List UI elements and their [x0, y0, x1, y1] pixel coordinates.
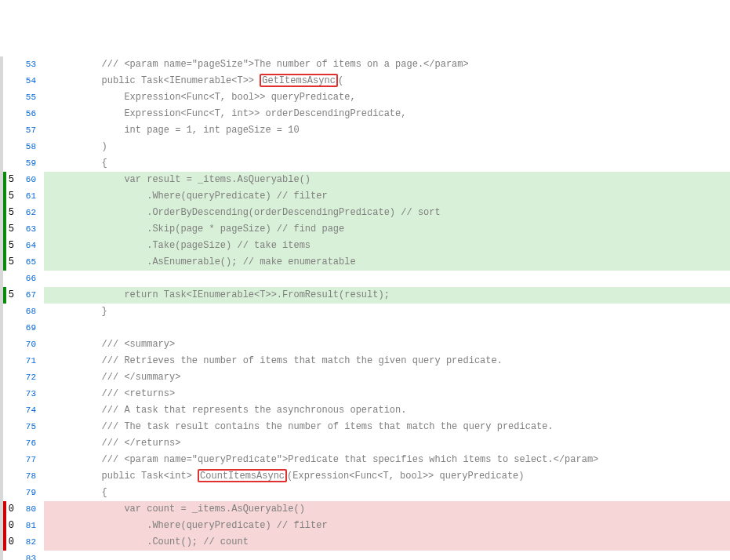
line-number[interactable]: 63 — [17, 221, 44, 238]
line-number[interactable]: 77 — [17, 452, 44, 468]
line-number[interactable]: 73 — [17, 386, 44, 402]
line-number[interactable]: 82 — [17, 534, 44, 551]
line-number[interactable]: 80 — [17, 501, 44, 518]
code-cell: .Where(queryPredicate) // filter — [44, 188, 730, 205]
coverage-mark-icon — [3, 188, 6, 205]
hit-count: 5 — [3, 254, 17, 271]
hit-count — [3, 56, 17, 73]
hit-count-value: 0 — [9, 536, 14, 547]
code-text: { — [56, 158, 107, 169]
line-number[interactable]: 66 — [17, 271, 44, 287]
code-line: 68 } — [0, 304, 730, 320]
hit-count: 5 — [3, 221, 17, 238]
code-cell: Expression<Func<T, bool>> queryPredicate… — [44, 89, 730, 106]
line-number[interactable]: 72 — [17, 369, 44, 386]
code-text: .Where(queryPredicate) // filter — [56, 520, 328, 531]
code-text: public Task<int> — [56, 471, 198, 482]
line-number[interactable]: 53 — [17, 56, 44, 73]
method-name-highlight[interactable]: GetItemsAsync — [260, 74, 338, 87]
line-number[interactable]: 61 — [17, 188, 44, 205]
code-cell: .Take(pageSize) // take items — [44, 238, 730, 254]
hit-count — [3, 271, 17, 287]
hit-count — [3, 155, 17, 172]
coverage-mark-icon — [3, 518, 6, 534]
code-cell: /// <param name="pageSize">The number of… — [44, 56, 730, 73]
code-cell: { — [44, 485, 730, 501]
line-number[interactable]: 69 — [17, 320, 44, 336]
hit-count — [3, 304, 17, 320]
code-cell: /// <param name="queryPredicate">Predica… — [44, 452, 730, 468]
hit-count — [3, 139, 17, 155]
line-number[interactable]: 76 — [17, 435, 44, 452]
hit-count-value: 5 — [9, 207, 14, 218]
hit-count: 5 — [3, 205, 17, 221]
line-number[interactable]: 57 — [17, 122, 44, 139]
code-cell: /// </returns> — [44, 435, 730, 452]
line-number[interactable]: 60 — [17, 172, 44, 188]
code-text: /// <param name="queryPredicate">Predica… — [56, 454, 598, 465]
code-text: /// The task result contains the number … — [56, 421, 554, 432]
code-cell: .Where(queryPredicate) // filter — [44, 518, 730, 534]
hit-count — [3, 320, 17, 336]
line-number[interactable]: 67 — [17, 287, 44, 304]
hit-count — [3, 89, 17, 106]
code-line: 080 var count = _items.AsQueryable() — [0, 501, 730, 518]
hit-count — [3, 402, 17, 419]
line-number[interactable]: 81 — [17, 518, 44, 534]
code-text: return Task<IEnumerable<T>>.FromResult(r… — [56, 289, 390, 300]
line-number[interactable]: 54 — [17, 73, 44, 89]
code-cell: Expression<Func<T, int>> orderDescending… — [44, 106, 730, 122]
code-text: .Skip(page * pageSize) // find page — [56, 224, 344, 235]
code-text-after: (Expression<Func<T, bool>> queryPredicat… — [287, 471, 524, 482]
code-line: 57 int page = 1, int pageSize = 10 — [0, 122, 730, 139]
coverage-mark-icon — [3, 238, 6, 254]
hit-count: 5 — [3, 172, 17, 188]
code-cell: .Count(); // count — [44, 534, 730, 551]
line-number[interactable]: 59 — [17, 155, 44, 172]
code-text: .Take(pageSize) // take items — [56, 240, 311, 251]
code-text: /// </summary> — [56, 372, 180, 383]
line-number[interactable]: 56 — [17, 106, 44, 122]
code-cell — [44, 551, 730, 560]
hit-count-value: 5 — [9, 289, 14, 300]
code-cell: { — [44, 155, 730, 172]
code-line: 76 /// </returns> — [0, 435, 730, 452]
code-text: /// Retrieves the number of items that m… — [56, 355, 503, 366]
line-number[interactable]: 65 — [17, 254, 44, 271]
code-text: ) — [56, 141, 107, 152]
hit-count: 0 — [3, 501, 17, 518]
line-number[interactable]: 75 — [17, 419, 44, 435]
code-line: 562 .OrderByDescending(orderDescendingPr… — [0, 205, 730, 221]
code-cell: return Task<IEnumerable<T>>.FromResult(r… — [44, 287, 730, 304]
code-line: 564 .Take(pageSize) // take items — [0, 238, 730, 254]
line-number[interactable]: 79 — [17, 485, 44, 501]
hit-count — [3, 386, 17, 402]
line-number[interactable]: 78 — [17, 468, 44, 485]
line-number[interactable]: 71 — [17, 353, 44, 369]
code-text: .AsEnumerable(); // make enumeratable — [56, 256, 356, 267]
line-number[interactable]: 74 — [17, 402, 44, 419]
hit-count: 0 — [3, 518, 17, 534]
code-cell: var count = _items.AsQueryable() — [44, 501, 730, 518]
code-cell: } — [44, 304, 730, 320]
hit-count — [3, 336, 17, 353]
coverage-mark-icon — [3, 254, 6, 271]
hit-count — [3, 419, 17, 435]
code-text: var count = _items.AsQueryable() — [56, 504, 305, 515]
line-number[interactable]: 70 — [17, 336, 44, 353]
code-line: 83 — [0, 551, 730, 560]
code-line: 560 var result = _items.AsQueryable() — [0, 172, 730, 188]
code-cell: /// Retrieves the number of items that m… — [44, 353, 730, 369]
hit-count: 5 — [3, 287, 17, 304]
line-number[interactable]: 55 — [17, 89, 44, 106]
code-text: } — [56, 306, 107, 317]
line-number[interactable]: 62 — [17, 205, 44, 221]
line-number[interactable]: 58 — [17, 139, 44, 155]
code-line: 56 Expression<Func<T, int>> orderDescend… — [0, 106, 730, 122]
code-cell — [44, 320, 730, 336]
line-number[interactable]: 68 — [17, 304, 44, 320]
line-number[interactable]: 64 — [17, 238, 44, 254]
line-number[interactable]: 83 — [17, 551, 44, 560]
method-name-highlight[interactable]: CountItemsAsync — [198, 469, 287, 482]
code-text: .Count(); // count — [56, 536, 249, 547]
